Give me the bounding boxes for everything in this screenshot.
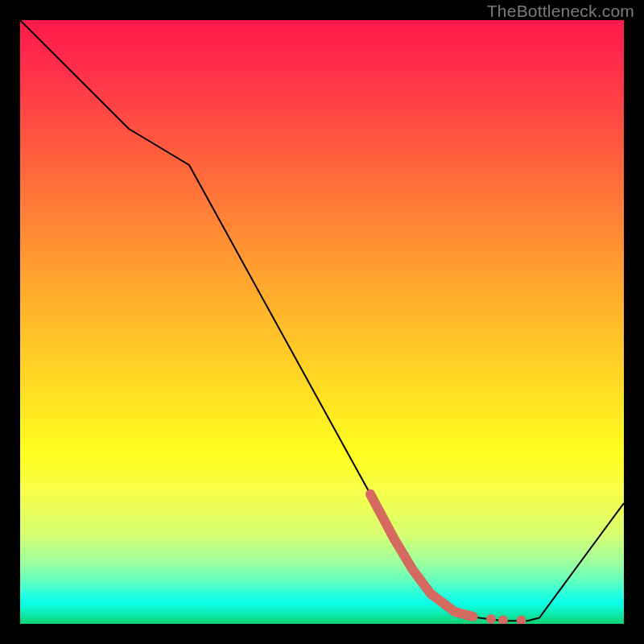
- plot-area: [20, 20, 624, 624]
- curve-overlay: [20, 20, 624, 624]
- highlight-dot: [486, 614, 496, 624]
- highlight-dot: [517, 616, 526, 625]
- watermark-text: TheBottleneck.com: [487, 2, 634, 21]
- highlight-dot: [498, 616, 508, 625]
- highlight-segment: [370, 494, 473, 617]
- chart-frame: TheBottleneck.com: [0, 0, 644, 644]
- bottleneck-curve: [20, 20, 624, 621]
- highlight-dots: [486, 614, 526, 624]
